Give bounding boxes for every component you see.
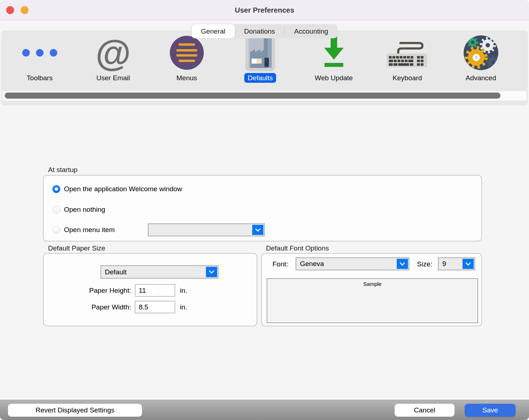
- paper-width-label: Paper Width:: [44, 303, 131, 311]
- font-select-value: Geneva: [300, 260, 324, 268]
- radio-open-nothing[interactable]: [52, 206, 60, 214]
- cancel-button[interactable]: Cancel: [395, 404, 455, 417]
- paper-groupbox: Default Paper Height: in. Paper Width: i…: [43, 253, 257, 326]
- font-section-label: Default Font Options: [266, 244, 329, 252]
- paper-height-label: Paper Height:: [44, 287, 131, 295]
- font-groupbox: Font: Geneva Size: 9 Sample: [261, 253, 482, 326]
- toolbar-item-toolbars[interactable]: Toolbars: [3, 34, 77, 83]
- tab-general[interactable]: General: [192, 24, 235, 38]
- chevron-down-icon[interactable]: [397, 259, 408, 269]
- three-dots-icon: [22, 49, 57, 57]
- radio-open-menu-item[interactable]: [52, 226, 60, 234]
- radio-label: Open nothing: [64, 206, 105, 214]
- tab-donations[interactable]: Donations: [235, 24, 285, 38]
- toolbar-item-advanced[interactable]: Advanced: [444, 34, 518, 83]
- paper-height-input[interactable]: [135, 284, 175, 297]
- toolbar-scrollbar-thumb[interactable]: [5, 93, 500, 99]
- toolbar-item-keyboard[interactable]: Keyboard: [371, 34, 444, 83]
- chevron-down-icon[interactable]: [252, 225, 263, 235]
- font-size-select[interactable]: 9: [438, 257, 475, 270]
- toolbar-icon-row: Toolbars @ User Email: [3, 34, 518, 83]
- font-select[interactable]: Geneva: [296, 257, 409, 270]
- toolbar-item-label: Web Update: [311, 73, 356, 83]
- paper-height-unit: in.: [180, 287, 187, 295]
- toolbar-item-user-email[interactable]: @ User Email: [77, 34, 150, 83]
- paper-width-input[interactable]: [135, 301, 175, 313]
- close-button[interactable]: [6, 6, 14, 14]
- toolbar-item-label: Keyboard: [390, 73, 425, 83]
- gears-icon: [463, 35, 499, 71]
- toolbar-item-label: User Email: [93, 73, 133, 83]
- menu-lines-icon: [170, 36, 204, 70]
- font-size-select-value: 9: [442, 260, 446, 268]
- toolbar-item-label: Menus: [173, 73, 200, 83]
- user-preferences-window: User Preferences General Donations Accou…: [0, 0, 529, 420]
- titlebar: User Preferences: [0, 0, 529, 20]
- startup-option-row: Open the application Welcome window: [52, 183, 182, 195]
- at-sign-icon: @: [95, 35, 131, 71]
- font-size-label: Size:: [417, 260, 432, 268]
- keyboard-icon: [387, 38, 428, 67]
- paper-size-select-value: Default: [105, 268, 126, 276]
- tab-accounting[interactable]: Accounting: [285, 24, 337, 38]
- startup-option-row: Open nothing: [52, 203, 105, 216]
- selected-icon-highlight: [245, 34, 275, 71]
- save-button[interactable]: Save: [465, 404, 516, 417]
- startup-option-row: Open menu item: [52, 224, 115, 236]
- startup-groupbox: Open the application Welcome window Open…: [43, 175, 482, 241]
- toolbar-item-label: Advanced: [462, 73, 499, 83]
- toolbar-item-label: Defaults: [244, 73, 276, 83]
- font-sample-text: Sample: [267, 281, 477, 287]
- revert-displayed-settings-button[interactable]: Revert Displayed Settings: [8, 404, 142, 417]
- paper-width-unit: in.: [180, 303, 187, 311]
- tab-strip: General Donations Accounting: [192, 24, 337, 38]
- toolbar-item-web-update[interactable]: Web Update: [297, 34, 371, 83]
- toolbar-item-label: Toolbars: [23, 73, 56, 83]
- download-arrow-icon: [323, 36, 344, 70]
- toolbar-item-menus[interactable]: Menus: [150, 34, 224, 83]
- chevron-down-icon[interactable]: [206, 267, 217, 277]
- startup-section-label: At startup: [48, 166, 77, 174]
- paper-section-label: Default Paper Size: [48, 244, 105, 252]
- font-label: Font:: [272, 260, 288, 268]
- factory-chart-icon: [249, 38, 272, 68]
- footer-bar: Revert Displayed Settings Cancel Save: [0, 400, 529, 420]
- menu-item-select[interactable]: [148, 223, 265, 236]
- preferences-toolbar: Toolbars @ User Email: [1, 30, 528, 106]
- toolbar-scrollbar-track[interactable]: [3, 91, 526, 100]
- minimize-button[interactable]: [21, 6, 29, 14]
- chevron-down-icon[interactable]: [463, 259, 474, 269]
- toolbar-item-defaults[interactable]: Defaults: [224, 34, 297, 83]
- radio-label: Open the application Welcome window: [64, 185, 182, 193]
- font-sample-panel: Sample: [267, 278, 478, 323]
- window-title: User Preferences: [0, 0, 529, 20]
- radio-label: Open menu item: [64, 226, 115, 234]
- paper-size-select[interactable]: Default: [100, 265, 219, 279]
- radio-open-welcome-window[interactable]: [52, 185, 60, 193]
